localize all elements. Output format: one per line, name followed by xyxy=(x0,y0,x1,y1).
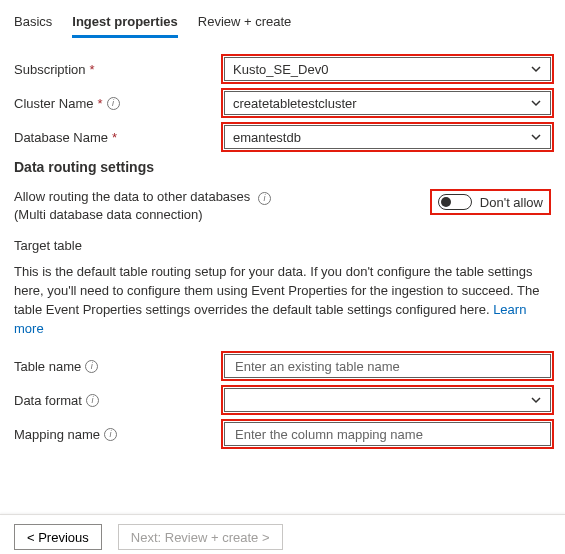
row-data-format: Data format i xyxy=(14,388,551,412)
chevron-down-icon xyxy=(530,63,542,75)
info-icon[interactable]: i xyxy=(258,192,271,205)
label-mapping-name: Mapping name i xyxy=(14,427,224,442)
chevron-down-icon xyxy=(530,97,542,109)
row-mapping-name: Mapping name i xyxy=(14,422,551,446)
toggle-state-label: Don't allow xyxy=(480,195,543,210)
mapping-name-input-wrap xyxy=(224,422,551,446)
label-database-text: Database Name xyxy=(14,130,108,145)
tab-review-create[interactable]: Review + create xyxy=(198,10,292,38)
cluster-value: createtabletestcluster xyxy=(233,96,357,111)
tab-ingest-properties[interactable]: Ingest properties xyxy=(72,10,177,38)
database-select[interactable]: emantestdb xyxy=(224,125,551,149)
info-icon[interactable]: i xyxy=(107,97,120,110)
row-cluster: Cluster Name * i createtabletestcluster xyxy=(14,91,551,115)
required-indicator: * xyxy=(90,62,95,77)
row-subscription: Subscription * Kusto_SE_Dev0 xyxy=(14,57,551,81)
required-indicator: * xyxy=(97,96,102,111)
table-name-input-wrap xyxy=(224,354,551,378)
info-icon[interactable]: i xyxy=(86,394,99,407)
info-icon[interactable]: i xyxy=(104,428,117,441)
table-name-input[interactable] xyxy=(233,358,542,375)
chevron-down-icon xyxy=(530,131,542,143)
label-cluster: Cluster Name * i xyxy=(14,96,224,111)
label-table-name: Table name i xyxy=(14,359,224,374)
label-subscription-text: Subscription xyxy=(14,62,86,77)
required-indicator: * xyxy=(112,130,117,145)
tab-bar: Basics Ingest properties Review + create xyxy=(14,10,551,39)
wizard-footer: < Previous Next: Review + create > xyxy=(14,514,551,550)
row-allow-routing: Allow routing the data to other database… xyxy=(14,189,551,222)
heading-data-routing: Data routing settings xyxy=(14,159,551,175)
database-value: emantestdb xyxy=(233,130,301,145)
label-mapping-name-text: Mapping name xyxy=(14,427,100,442)
chevron-down-icon xyxy=(530,394,542,406)
mapping-name-input[interactable] xyxy=(233,426,542,443)
row-database: Database Name * emantestdb xyxy=(14,125,551,149)
toggle-knob xyxy=(441,197,451,207)
allow-routing-toggle-group: Don't allow xyxy=(430,189,551,215)
allow-routing-text: Allow routing the data to other database… xyxy=(14,189,430,222)
subscription-select[interactable]: Kusto_SE_Dev0 xyxy=(224,57,551,81)
info-icon[interactable]: i xyxy=(85,360,98,373)
label-subscription: Subscription * xyxy=(14,62,224,77)
allow-routing-label: Allow routing the data to other database… xyxy=(14,189,250,204)
tab-basics[interactable]: Basics xyxy=(14,10,52,38)
label-table-name-text: Table name xyxy=(14,359,81,374)
label-data-format-text: Data format xyxy=(14,393,82,408)
allow-routing-toggle[interactable] xyxy=(438,194,472,210)
next-review-create-button[interactable]: Next: Review + create > xyxy=(118,524,283,550)
label-cluster-text: Cluster Name xyxy=(14,96,93,111)
cluster-select[interactable]: createtabletestcluster xyxy=(224,91,551,115)
heading-target-table: Target table xyxy=(14,238,551,253)
label-data-format: Data format i xyxy=(14,393,224,408)
allow-routing-sublabel: (Multi database data connection) xyxy=(14,207,430,222)
subscription-value: Kusto_SE_Dev0 xyxy=(233,62,328,77)
data-format-select[interactable] xyxy=(224,388,551,412)
label-database: Database Name * xyxy=(14,130,224,145)
target-desc-text: This is the default table routing setup … xyxy=(14,264,539,317)
target-table-description: This is the default table routing setup … xyxy=(14,263,551,338)
row-table-name: Table name i xyxy=(14,354,551,378)
previous-button[interactable]: < Previous xyxy=(14,524,102,550)
